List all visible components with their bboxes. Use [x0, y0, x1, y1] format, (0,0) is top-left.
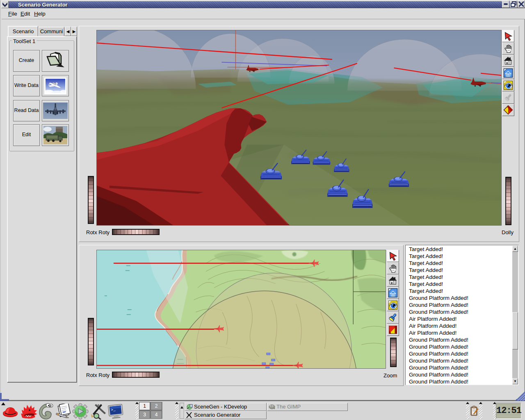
svg-text:>_: >_ — [111, 408, 116, 412]
